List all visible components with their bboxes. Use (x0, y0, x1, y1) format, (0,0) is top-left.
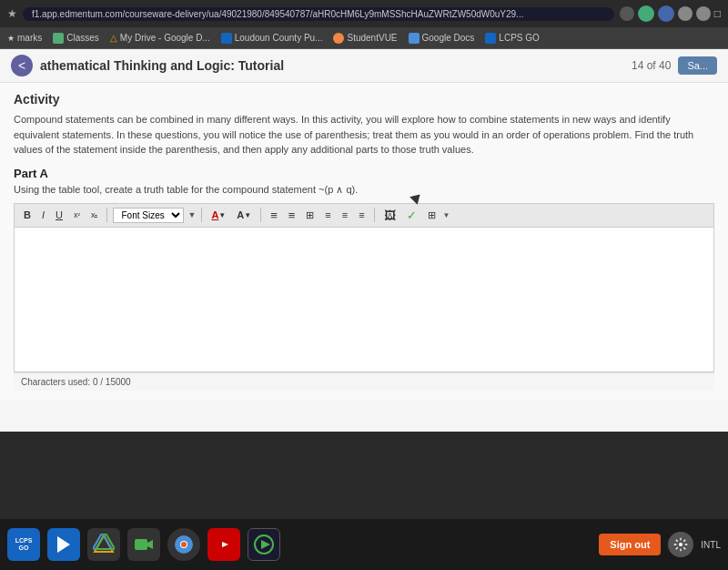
bookmark-classes-label: Classes (66, 33, 99, 43)
tutorial-body: Activity Compound statements can be comb… (0, 83, 728, 400)
bookmark-drive[interactable]: △ My Drive - Google D... (110, 33, 210, 43)
classes-icon (53, 33, 64, 44)
bookmark-studentvue[interactable]: StudentVUE (333, 33, 397, 44)
settings-svg-icon (673, 537, 688, 552)
toolbar-separator-4 (374, 208, 375, 222)
google-docs-icon (409, 33, 420, 44)
lcps-bookmark-icon (485, 33, 496, 44)
superscript-button[interactable]: x² (70, 209, 84, 221)
save-button[interactable]: Sa... (678, 56, 717, 75)
bookmark-marks-label: marks (17, 33, 42, 43)
bookmark-loudoun[interactable]: Loudoun County Pu... (221, 33, 323, 44)
italic-button[interactable]: I (38, 208, 48, 222)
font-color-button[interactable]: A ▼ (207, 208, 229, 222)
loudoun-icon (221, 33, 232, 44)
taskbar-meet-icon[interactable] (127, 528, 160, 561)
align-left-button[interactable]: ≡ (321, 208, 334, 222)
bookmark-drive-label: My Drive - Google D... (120, 33, 210, 43)
drive-svg-icon (93, 534, 115, 555)
check-button[interactable]: ✓ (403, 207, 420, 224)
meet-svg-icon (133, 534, 155, 555)
expand-icon[interactable]: □ (714, 7, 721, 20)
bookmark-google-docs-label: Google Docs (422, 33, 475, 43)
align-right-button[interactable]: ≡ (355, 208, 368, 222)
highlight-a-icon: A (237, 209, 244, 220)
dropdown-icon: ▼ (218, 211, 226, 219)
insert-image-button[interactable]: 🖼 (380, 207, 399, 224)
content-area: < athematical Thinking and Logic: Tutori… (0, 49, 728, 432)
play-svg-icon (253, 534, 275, 555)
browser-icon-5 (696, 6, 711, 21)
chars-used: Characters used: 0 / 15000 (14, 372, 714, 391)
marks-icon: ★ (7, 34, 15, 43)
toolbar-separator-2 (201, 208, 202, 222)
editor-toolbar: B I U x² x₂ Font Sizes 8 10 12 14 16 18 … (14, 203, 714, 227)
highlight-dropdown-icon: ▼ (244, 211, 251, 219)
svg-marker-12 (261, 540, 270, 549)
underline-button[interactable]: U (52, 208, 66, 222)
browser-chrome: ★ f1.app.edmentum.com/courseware-deliver… (0, 0, 728, 49)
sign-out-button[interactable]: Sign out (599, 534, 661, 555)
page-counter: 14 of 40 (632, 59, 671, 72)
subscript-button[interactable]: x₂ (87, 209, 102, 221)
font-size-select[interactable]: Font Sizes 8 10 12 14 16 18 24 (113, 208, 184, 223)
editor-body[interactable] (14, 227, 714, 372)
toolbar-separator-1 (106, 208, 107, 222)
bookmarks-bar: ★ marks Classes △ My Drive - Google D...… (0, 27, 728, 49)
browser-icon-1 (620, 6, 634, 21)
back-button[interactable]: < (11, 55, 33, 76)
browser-icon-3 (658, 5, 674, 22)
description-text: Compound statements can be combined in m… (14, 112, 714, 158)
bookmark-classes[interactable]: Classes (53, 33, 99, 44)
svg-marker-5 (147, 540, 153, 549)
highlight-button[interactable]: A ▼ (233, 208, 255, 222)
taskbar-drive-icon[interactable] (87, 528, 120, 561)
chrome-svg-icon (173, 534, 195, 555)
instruction-text: Using the table tool, create a truth tab… (14, 184, 714, 196)
svg-rect-4 (135, 539, 147, 550)
bookmark-google-docs[interactable]: Google Docs (409, 33, 475, 44)
lcps-line2: GO (19, 545, 29, 552)
bookmark-lcps[interactable]: LCPS GO (485, 33, 539, 44)
url-field[interactable]: f1.app.edmentum.com/courseware-delivery/… (23, 7, 614, 21)
browser-icons: □ (620, 5, 721, 22)
insert-table-button[interactable]: ⊞ (424, 208, 440, 223)
taskbar-youtube-icon[interactable] (207, 528, 240, 561)
page-title: athematical Thinking and Logic: Tutorial (40, 58, 284, 73)
taskbar-settings-icon[interactable] (668, 532, 693, 557)
bookmark-lcps-label: LCPS GO (499, 33, 539, 43)
lcps-line1: LCPS (15, 537, 33, 545)
bookmark-marks[interactable]: ★ marks (7, 33, 42, 43)
browser-icon-4 (678, 6, 693, 21)
taskbar: LCPS GO (0, 519, 728, 570)
youtube-svg-icon (213, 534, 235, 555)
page-title-area: < athematical Thinking and Logic: Tutori… (11, 55, 284, 76)
browser-icon-2 (638, 5, 654, 22)
svg-point-8 (181, 542, 187, 547)
studentvue-icon (333, 33, 344, 44)
bold-button[interactable]: B (20, 208, 35, 222)
taskbar-navigation-icon[interactable] (47, 528, 80, 561)
font-color-a-icon: A (211, 209, 218, 220)
taskbar-play-icon[interactable] (248, 528, 280, 561)
bookmark-studentvue-label: StudentVUE (347, 33, 397, 43)
ordered-list-button[interactable]: ≡ (285, 207, 299, 224)
bookmark-loudoun-label: Loudoun County Pu... (235, 33, 323, 43)
section-heading: Activity (14, 92, 714, 107)
table-dropdown-icon: ▼ (443, 211, 450, 219)
taskbar-chrome-icon[interactable] (167, 528, 200, 561)
taskbar-lcps-icon[interactable]: LCPS GO (7, 528, 40, 561)
drive-icon: △ (110, 33, 117, 43)
taskbar-intl-label: INTL (701, 540, 721, 550)
toolbar-separator-3 (260, 208, 261, 222)
indent-more-button[interactable]: ⊞ (302, 208, 318, 223)
star-icon[interactable]: ★ (7, 7, 17, 20)
svg-marker-0 (57, 536, 70, 553)
page-header: < athematical Thinking and Logic: Tutori… (0, 49, 728, 83)
dropdown-arrow-icon: ▼ (187, 210, 196, 219)
part-heading: Part A (14, 167, 714, 180)
nav-svg-icon (53, 534, 75, 555)
align-center-button[interactable]: ≡ (339, 208, 351, 222)
bullet-list-button[interactable]: ≡ (267, 207, 281, 224)
address-bar: ★ f1.app.edmentum.com/courseware-deliver… (0, 0, 728, 27)
